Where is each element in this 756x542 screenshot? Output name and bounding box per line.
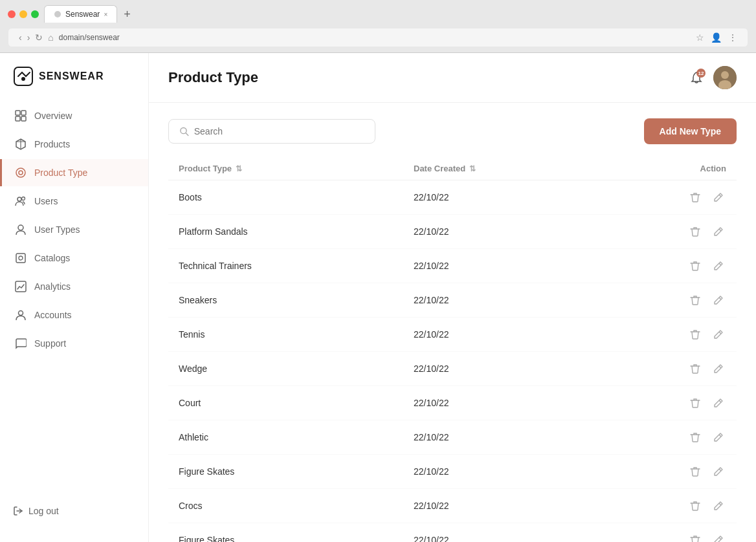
sort-icon-product-type[interactable]: ⇅ — [236, 164, 242, 173]
add-new-type-button[interactable]: Add New Type — [644, 118, 737, 144]
sidebar-item-analytics[interactable]: Analytics — [0, 273, 148, 300]
sidebar-item-analytics-label: Analytics — [34, 281, 71, 292]
sidebar-item-support[interactable]: Support — [0, 330, 148, 357]
delete-button[interactable] — [687, 464, 703, 479]
users-icon — [15, 195, 27, 207]
delete-button[interactable] — [687, 190, 703, 205]
edit-button[interactable] — [711, 224, 726, 239]
cell-date-created: 22/10/22 — [414, 261, 649, 271]
cell-action — [649, 395, 726, 411]
products-icon — [15, 138, 27, 150]
search-input[interactable] — [194, 126, 364, 136]
sidebar-footer: Log out — [0, 493, 148, 529]
sidebar-item-product-type[interactable]: Product Type — [0, 159, 148, 186]
svg-rect-5 — [16, 116, 20, 121]
edit-button[interactable] — [711, 258, 726, 274]
table-row: Crocs 22/10/22 — [168, 489, 737, 523]
tab-close-button[interactable]: × — [104, 11, 107, 18]
svg-line-31 — [719, 332, 721, 334]
delete-button[interactable] — [687, 224, 703, 239]
edit-button[interactable] — [711, 190, 726, 205]
sidebar-item-user-types[interactable]: User Types — [0, 216, 148, 243]
product-type-icon — [15, 167, 27, 179]
svg-point-8 — [19, 171, 23, 175]
overview-icon — [15, 110, 27, 122]
trash-icon — [690, 261, 700, 271]
edit-icon — [713, 329, 724, 340]
sidebar-item-users[interactable]: Users — [0, 188, 148, 215]
menu-icon[interactable]: ⋮ — [728, 32, 737, 43]
sidebar-item-product-type-label: Product Type — [34, 168, 87, 178]
table-row: Tennis 22/10/22 — [168, 318, 737, 352]
cell-action — [649, 327, 726, 342]
back-button[interactable]: ‹ — [19, 32, 22, 43]
sidebar-logo: SENSWEAR — [0, 66, 148, 102]
edit-icon — [713, 466, 724, 477]
sidebar-item-overview-label: Overview — [34, 111, 72, 121]
notification-button[interactable]: 12 — [690, 71, 703, 84]
sidebar-item-overview[interactable]: Overview — [0, 102, 148, 129]
reload-button[interactable]: ↻ — [35, 32, 43, 43]
edit-icon — [713, 535, 724, 542]
page-title: Product Type — [168, 69, 258, 86]
trash-icon — [690, 501, 700, 511]
svg-point-13 — [19, 256, 23, 260]
user-avatar[interactable] — [713, 66, 737, 89]
svg-line-25 — [719, 229, 721, 231]
sidebar-item-accounts-label: Accounts — [34, 310, 72, 320]
edit-button[interactable] — [711, 327, 726, 342]
trash-icon — [690, 363, 700, 374]
svg-rect-1 — [14, 67, 32, 85]
bookmark-icon[interactable]: ☆ — [696, 32, 704, 43]
search-box[interactable] — [168, 119, 375, 144]
home-button[interactable]: ⌂ — [48, 32, 53, 43]
svg-point-2 — [21, 77, 25, 81]
edit-button[interactable] — [711, 395, 726, 411]
delete-button[interactable] — [687, 532, 703, 542]
search-icon — [179, 126, 189, 136]
traffic-light-red[interactable] — [8, 10, 16, 18]
sidebar-navigation: Overview Products Product Type — [0, 102, 148, 493]
delete-button[interactable] — [687, 395, 703, 411]
cell-product-type: Figure Skates — [179, 535, 414, 542]
sidebar-item-catalogs[interactable]: Catalogs — [0, 244, 148, 272]
toolbar: Add New Type — [168, 118, 737, 144]
delete-button[interactable] — [687, 292, 703, 308]
svg-point-0 — [54, 11, 61, 17]
sidebar-item-products[interactable]: Products — [0, 131, 148, 158]
cell-date-created: 22/10/22 — [414, 192, 649, 202]
edit-button[interactable] — [711, 532, 726, 542]
delete-button[interactable] — [687, 429, 703, 445]
forward-button[interactable]: › — [27, 32, 30, 43]
edit-button[interactable] — [711, 361, 726, 376]
table-body: Boots 22/10/22 Platform Sandals 22/10/22 — [168, 180, 737, 542]
delete-button[interactable] — [687, 327, 703, 342]
delete-button[interactable] — [687, 258, 703, 274]
sort-icon-date-created[interactable]: ⇅ — [469, 164, 476, 173]
table-row: Athletic 22/10/22 — [168, 420, 737, 455]
edit-button[interactable] — [711, 429, 726, 445]
edit-icon — [713, 226, 724, 237]
sidebar: SENSWEAR Overview Products — [0, 53, 149, 542]
edit-button[interactable] — [711, 464, 726, 479]
tab-title: Senswear — [65, 10, 100, 19]
svg-rect-14 — [16, 281, 26, 292]
logout-button[interactable]: Log out — [13, 506, 135, 516]
svg-point-9 — [17, 197, 21, 201]
svg-rect-6 — [21, 116, 26, 121]
edit-button[interactable] — [711, 292, 726, 308]
sidebar-item-accounts[interactable]: Accounts — [0, 301, 148, 329]
edit-button[interactable] — [711, 498, 726, 514]
table-row: Figure Skates 22/10/22 — [168, 523, 737, 542]
new-tab-button[interactable]: + — [121, 8, 133, 20]
cell-product-type: Athletic — [179, 432, 414, 442]
address-bar-input[interactable] — [59, 33, 691, 42]
browser-tab[interactable]: Senswear × — [44, 5, 117, 23]
delete-button[interactable] — [687, 361, 703, 376]
traffic-light-yellow[interactable] — [19, 10, 27, 18]
traffic-light-green[interactable] — [31, 10, 39, 18]
cell-date-created: 22/10/22 — [414, 295, 649, 305]
edit-icon — [713, 261, 724, 271]
delete-button[interactable] — [687, 498, 703, 514]
profile-icon[interactable]: 👤 — [711, 32, 722, 43]
